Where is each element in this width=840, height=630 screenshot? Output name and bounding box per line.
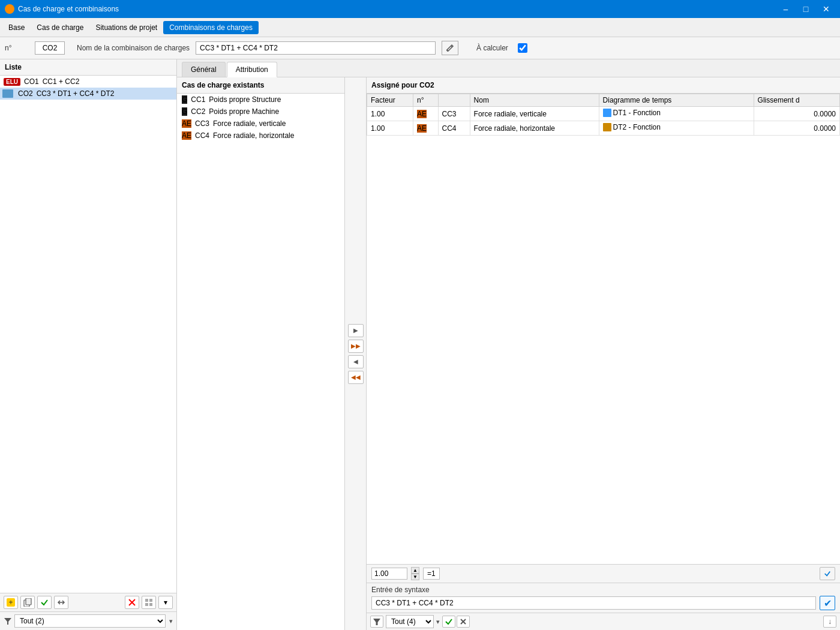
table-row: 1.00 AE CC3 Force radiale, verticale DT1… <box>367 107 840 121</box>
syntax-area: Entrée de syntaxe ✔ <box>367 583 840 613</box>
arrow-right-all-button[interactable]: ▶▶ <box>348 340 364 353</box>
cc4-id: CC4 <box>195 131 209 140</box>
filter-check-button[interactable] <box>442 616 455 628</box>
arrow-left-all-button[interactable]: ◀◀ <box>348 371 364 384</box>
menu-cas-charge[interactable]: Cas de charge <box>31 21 89 34</box>
syntax-ok-button[interactable]: ✔ <box>820 596 835 610</box>
spin-up-button[interactable]: ▲ <box>411 567 419 574</box>
row2-badge: AE <box>413 121 438 136</box>
menu-combinaisons[interactable]: Combinaisons de charges <box>163 21 259 34</box>
syntax-row: ✔ <box>371 596 835 610</box>
combo-name-label: Nom de la combinaison de charges <box>77 44 190 52</box>
cc3-id: CC3 <box>195 119 209 128</box>
col-nom: Nom <box>470 94 599 107</box>
row2-dt-color <box>603 123 611 131</box>
table-row: 1.00 AE CC4 Force radiale, horizontale D… <box>367 121 840 136</box>
svg-rect-12 <box>145 603 148 606</box>
row2-n: CC4 <box>438 121 470 136</box>
filter-button[interactable] <box>370 616 383 628</box>
col-facteur: Facteur <box>367 94 413 107</box>
combo-name-input[interactable] <box>196 41 436 55</box>
sidebar-item-co2[interactable]: CO2 CC3 * DT1 + CC4 * DT2 <box>0 88 176 100</box>
a-calculer-checkbox[interactable] <box>518 43 527 53</box>
svg-rect-13 <box>149 603 152 606</box>
co1-id: CO1 <box>24 77 39 86</box>
grid-button[interactable] <box>142 596 156 609</box>
titlebar: Cas de charge et combinaisons ‒ □ ✕ <box>0 0 840 18</box>
n-label: n° <box>5 44 29 52</box>
cas-item-cc4[interactable]: AE CC4 Force radiale, horizontale <box>177 130 344 142</box>
factor-confirm-button[interactable] <box>820 567 835 580</box>
svg-rect-10 <box>145 599 148 602</box>
row2-dt-badge: DT2 - Fonction <box>603 123 661 131</box>
co1-elu-badge: ELU <box>4 78 20 86</box>
svg-rect-6 <box>26 598 31 605</box>
arrows-panel: ▶ ▶▶ ◀ ◀◀ <box>345 77 367 630</box>
check-button[interactable] <box>37 596 52 609</box>
row1-facteur: 1.00 <box>367 107 413 121</box>
tab-attribution[interactable]: Attribution <box>227 62 277 77</box>
cc2-id: CC2 <box>191 107 205 116</box>
app-icon <box>5 4 14 14</box>
syntax-input[interactable] <box>371 596 816 610</box>
cc4-badge: AE <box>182 131 191 140</box>
dropdown-arrow-icon: ▾ <box>169 617 173 625</box>
push-down-button[interactable]: ↓ <box>823 616 836 628</box>
arrow-left-button[interactable]: ◀ <box>348 355 364 368</box>
menu-base[interactable]: Base <box>2 21 31 34</box>
col-diagramme: Diagramme de temps <box>599 94 754 107</box>
row1-nom: Force radiale, verticale <box>470 107 599 121</box>
close-button[interactable]: ✕ <box>817 0 835 18</box>
sidebar-footer: + ▾ <box>0 593 176 611</box>
cas-item-cc3[interactable]: AE CC3 Force radiale, verticale <box>177 118 344 130</box>
dropdown-button[interactable]: ▾ <box>158 596 173 609</box>
cc3-badge: AE <box>182 119 191 128</box>
row2-ae-badge: AE <box>417 124 427 133</box>
add-button[interactable]: + <box>4 596 18 609</box>
spin-down-button[interactable]: ▼ <box>411 574 419 580</box>
arrow-right-button[interactable]: ▶ <box>348 324 364 337</box>
factor-input[interactable] <box>371 568 407 580</box>
svg-text:+: + <box>8 598 13 607</box>
select-all-row: Tout (2) ▾ <box>0 611 176 630</box>
cas-item-cc2[interactable]: G CC2 Poids propre Machine <box>177 106 344 118</box>
menubar: Base Cas de charge Situations de projet … <box>0 18 840 37</box>
cc1-id: CC1 <box>191 95 205 104</box>
row1-badge: AE <box>413 107 438 121</box>
a-calculer-checkbox-wrap <box>518 43 527 53</box>
tab-general[interactable]: Général <box>182 62 226 77</box>
cc2-name: Poids propre Machine <box>209 107 279 116</box>
co2-id: CO2 <box>18 89 33 98</box>
filter-dropdown-icon: ▾ <box>436 618 440 626</box>
select-all-dropdown[interactable]: Tout (2) <box>14 614 166 628</box>
row1-dt-label: DT1 - Fonction <box>613 109 661 117</box>
sidebar-item-co1[interactable]: ELU CO1 CC1 + CC2 <box>0 76 176 88</box>
minimize-button[interactable]: ‒ <box>776 0 794 18</box>
row2-dt-label: DT2 - Fonction <box>613 123 661 131</box>
attribution-content: Cas de charge existants G CC1 Poids prop… <box>177 77 840 630</box>
cas-existants-header: Cas de charge existants <box>177 77 344 94</box>
cas-existants-panel: Cas de charge existants G CC1 Poids prop… <box>177 77 345 630</box>
cc3-name: Force radiale, verticale <box>213 119 286 128</box>
cc1-name: Poids propre Structure <box>209 95 281 104</box>
menu-situations[interactable]: Situations de projet <box>89 21 163 34</box>
window-title: Cas de charge et combinaisons <box>18 5 119 13</box>
co2-name: CC3 * DT1 + CC4 * DT2 <box>37 89 115 98</box>
restore-button[interactable]: □ <box>797 0 815 18</box>
factor-area: ▲ ▼ =1 <box>367 564 840 583</box>
assigne-table-wrap: Facteur n° Nom Diagramme de temps Glisse… <box>367 94 840 564</box>
tabs: Général Attribution <box>177 59 840 77</box>
cas-item-cc1[interactable]: G CC1 Poids propre Structure <box>177 94 344 106</box>
svg-rect-11 <box>149 599 152 602</box>
filter-cancel-button[interactable] <box>457 616 470 628</box>
delete-button[interactable] <box>125 596 139 609</box>
titlebar-controls: ‒ □ ✕ <box>776 0 835 18</box>
edit-button[interactable] <box>442 41 458 55</box>
assigne-header: Assigné pour CO2 <box>367 77 840 94</box>
svg-marker-15 <box>373 619 380 625</box>
move-button[interactable] <box>54 596 68 609</box>
filter-select[interactable]: Tout (4) <box>386 615 434 628</box>
svg-marker-14 <box>4 618 11 625</box>
copy-button[interactable] <box>20 596 35 609</box>
row1-glissement: 0.0000 <box>754 107 839 121</box>
